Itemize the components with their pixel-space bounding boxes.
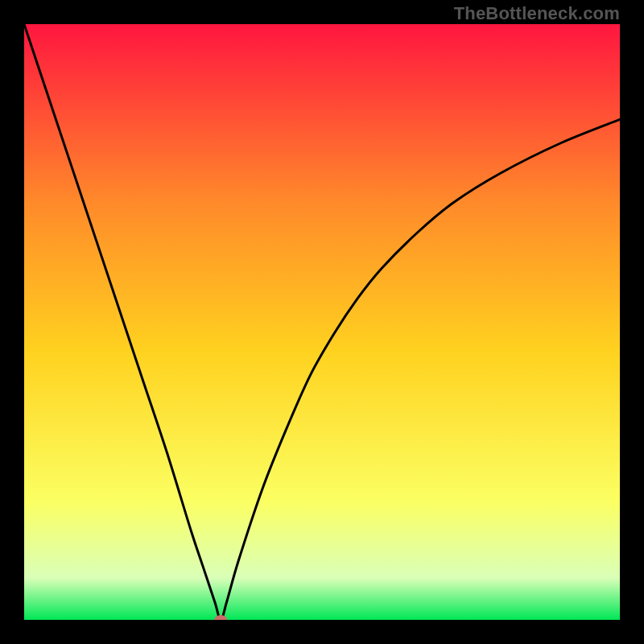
gradient-background: [24, 24, 620, 620]
chart-frame: TheBottleneck.com: [0, 0, 644, 644]
plot-area: [24, 24, 620, 620]
watermark-label: TheBottleneck.com: [454, 3, 620, 24]
bottleneck-chart: [24, 24, 620, 620]
